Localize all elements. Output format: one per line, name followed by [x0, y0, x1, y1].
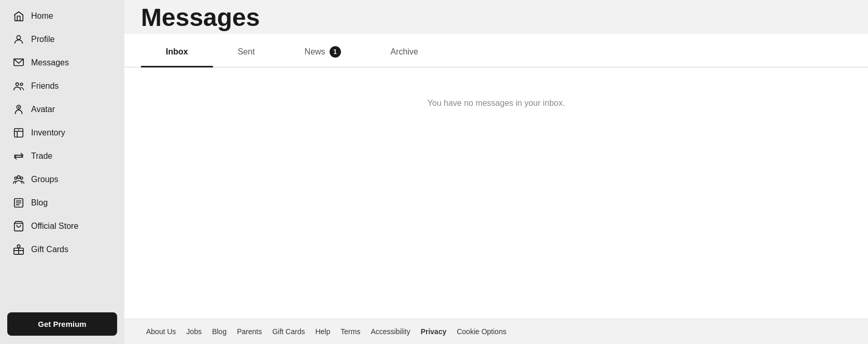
tab-sent-label: Sent: [238, 47, 255, 57]
svg-point-3: [20, 83, 23, 86]
sidebar-item-blog[interactable]: Blog: [3, 191, 121, 214]
sidebar: Home Profile Messages Friends: [0, 0, 124, 344]
footer-link-privacy[interactable]: Privacy: [416, 326, 452, 337]
sidebar-item-gift-cards-label: Gift Cards: [31, 245, 68, 254]
tab-inbox[interactable]: Inbox: [141, 38, 213, 67]
footer: About Us Jobs Blog Parents Gift Cards He…: [124, 319, 868, 344]
profile-icon: [12, 33, 25, 46]
tab-sent[interactable]: Sent: [213, 38, 280, 67]
footer-link-accessibility[interactable]: Accessibility: [365, 326, 415, 337]
trade-icon: [12, 150, 25, 162]
sidebar-item-official-store[interactable]: Official Store: [3, 215, 121, 238]
messages-icon: [12, 57, 25, 69]
sidebar-item-messages-label: Messages: [31, 58, 69, 67]
home-icon: [12, 10, 25, 22]
footer-link-jobs[interactable]: Jobs: [181, 326, 207, 337]
sidebar-item-home-label: Home: [31, 11, 53, 21]
svg-point-10: [17, 176, 20, 179]
footer-link-gift-cards[interactable]: Gift Cards: [267, 326, 310, 337]
tab-news[interactable]: News 1: [280, 38, 366, 67]
sidebar-item-inventory[interactable]: Inventory: [3, 121, 121, 144]
tab-news-label: News: [305, 47, 325, 57]
news-badge: 1: [330, 46, 341, 58]
sidebar-item-profile[interactable]: Profile: [3, 28, 121, 51]
sidebar-item-avatar[interactable]: Avatar: [3, 98, 121, 121]
content-area: Inbox Sent News 1 Archive You have no me…: [124, 34, 868, 319]
friends-icon: [12, 80, 25, 92]
get-premium-button[interactable]: Get Premium: [7, 312, 117, 336]
inbox-area: You have no messages in your inbox.: [124, 67, 868, 319]
sidebar-item-trade[interactable]: Trade: [3, 145, 121, 168]
inventory-icon: [12, 127, 25, 139]
sidebar-item-friends-label: Friends: [31, 81, 59, 91]
footer-link-terms[interactable]: Terms: [335, 326, 365, 337]
tab-inbox-label: Inbox: [166, 47, 188, 57]
page-title: Messages: [141, 0, 851, 34]
sidebar-item-groups-label: Groups: [31, 175, 58, 184]
sidebar-item-avatar-label: Avatar: [31, 105, 55, 114]
sidebar-item-messages[interactable]: Messages: [3, 51, 121, 74]
main-content: Messages Inbox Sent News 1 Archive You h…: [124, 0, 868, 344]
footer-link-help[interactable]: Help: [310, 326, 335, 337]
groups-icon: [12, 173, 25, 186]
sidebar-item-home[interactable]: Home: [3, 5, 121, 27]
svg-point-9: [20, 177, 23, 180]
sidebar-item-trade-label: Trade: [31, 152, 52, 161]
tabs-bar: Inbox Sent News 1 Archive: [124, 38, 868, 67]
blog-icon: [12, 197, 25, 209]
sidebar-item-profile-label: Profile: [31, 35, 54, 44]
footer-link-about[interactable]: About Us: [141, 326, 181, 337]
svg-point-7: [18, 129, 19, 130]
sidebar-item-inventory-label: Inventory: [31, 128, 65, 137]
footer-link-blog[interactable]: Blog: [207, 326, 232, 337]
svg-point-0: [17, 36, 20, 39]
sidebar-item-blog-label: Blog: [31, 198, 48, 208]
gift-cards-icon: [12, 243, 25, 256]
sidebar-item-gift-cards[interactable]: Gift Cards: [3, 238, 121, 261]
sidebar-item-groups[interactable]: Groups: [3, 168, 121, 191]
tab-archive-label: Archive: [391, 47, 418, 57]
svg-point-8: [15, 177, 17, 180]
footer-link-cookie-options[interactable]: Cookie Options: [451, 326, 511, 337]
footer-link-parents[interactable]: Parents: [232, 326, 267, 337]
avatar-icon: [12, 103, 25, 116]
svg-point-5: [18, 106, 20, 108]
sidebar-item-official-store-label: Official Store: [31, 222, 78, 231]
sidebar-nav: Home Profile Messages Friends: [0, 0, 124, 306]
sidebar-item-friends[interactable]: Friends: [3, 75, 121, 98]
empty-inbox-message: You have no messages in your inbox.: [428, 99, 565, 108]
svg-point-2: [16, 83, 19, 86]
store-icon: [12, 220, 25, 232]
tab-archive[interactable]: Archive: [366, 38, 443, 67]
